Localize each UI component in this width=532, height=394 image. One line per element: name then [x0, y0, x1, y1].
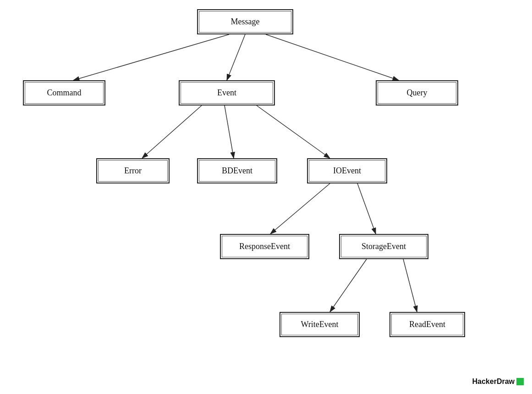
svg-line-6	[257, 105, 330, 158]
svg-line-7	[270, 183, 330, 234]
node-bdevent-label: BDEvent	[222, 166, 252, 176]
svg-line-10	[403, 259, 417, 312]
node-ioevent-label: IOEvent	[333, 166, 361, 176]
svg-line-2	[227, 34, 245, 80]
svg-line-3	[266, 34, 399, 80]
node-message-label: Message	[231, 17, 260, 27]
node-storageevent-label: StorageEvent	[362, 242, 406, 251]
node-command-label: Command	[47, 88, 82, 98]
svg-line-4	[142, 105, 202, 158]
node-writeevent-label: WriteEvent	[301, 320, 338, 329]
node-message: Message	[197, 9, 293, 34]
svg-line-1	[73, 34, 229, 80]
node-event: Event	[179, 80, 275, 105]
node-readevent: ReadEvent	[389, 312, 465, 337]
node-query-label: Query	[407, 88, 428, 98]
svg-line-9	[330, 259, 367, 312]
diagram: Message Command Event Query Error BDEven…	[0, 0, 532, 394]
node-readevent-label: ReadEvent	[409, 320, 445, 329]
node-error: Error	[96, 158, 170, 183]
node-storageevent: StorageEvent	[339, 234, 428, 259]
brand-label: HackerDraw	[472, 377, 524, 386]
node-error-label: Error	[124, 166, 142, 176]
node-event-label: Event	[217, 88, 236, 98]
node-bdevent: BDEvent	[197, 158, 277, 183]
svg-line-5	[225, 105, 234, 158]
node-command: Command	[23, 80, 105, 105]
node-writeevent: WriteEvent	[280, 312, 360, 337]
svg-line-8	[357, 183, 376, 234]
brand-icon	[516, 378, 524, 385]
node-query: Query	[376, 80, 458, 105]
node-responseevent: ResponseEvent	[220, 234, 309, 259]
node-responseevent-label: ResponseEvent	[239, 242, 290, 251]
node-ioevent: IOEvent	[307, 158, 387, 183]
brand-text: HackerDraw	[472, 377, 515, 386]
